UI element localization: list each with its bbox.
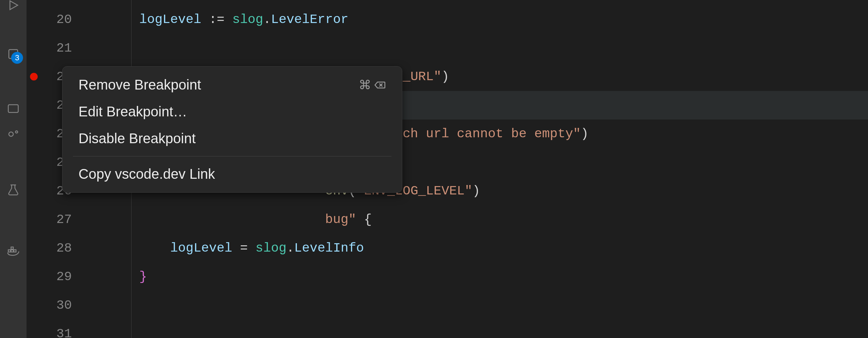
code-line[interactable]: [86, 291, 868, 320]
containers-icon[interactable]: [6, 244, 20, 258]
svg-point-3: [9, 132, 13, 137]
svg-marker-0: [10, 1, 18, 9]
line-number: 31: [27, 320, 86, 338]
docker-icon[interactable]: [6, 101, 20, 115]
remote-icon[interactable]: [6, 127, 20, 141]
line-number: 27: [27, 205, 86, 234]
line-number: 21: [27, 34, 86, 62]
menu-separator: [73, 156, 391, 156]
line-number: 29: [27, 262, 86, 291]
menu-item-label: Edit Breakpoint…: [78, 104, 187, 120]
menu-item-remove-breakpoint[interactable]: Remove Breakpoint⌘: [62, 71, 402, 98]
debug-configure-icon[interactable]: [6, 0, 20, 12]
menu-item-label: Copy vscode.dev Link: [78, 166, 215, 182]
testing-icon[interactable]: [6, 183, 20, 197]
code-line[interactable]: [86, 320, 868, 338]
svg-rect-7: [11, 250, 13, 252]
code-line[interactable]: }: [86, 262, 868, 291]
code-line[interactable]: bug" {: [86, 205, 868, 234]
menu-item-edit-breakpoint[interactable]: Edit Breakpoint…: [62, 98, 402, 125]
code-line[interactable]: logLevel = slog.LevelInfo: [86, 234, 868, 262]
code-line[interactable]: [86, 34, 868, 62]
code-line[interactable]: logLevel := slog.LevelError: [86, 5, 868, 34]
activity-badge: 3: [11, 52, 23, 64]
debug-icon[interactable]: 3: [6, 47, 20, 61]
activity-bar: 3: [0, 0, 27, 338]
backspace-icon: [374, 79, 386, 91]
line-number: 20: [27, 5, 86, 34]
svg-point-4: [15, 131, 17, 133]
breakpoint-context-menu: Remove Breakpoint⌘Edit Breakpoint…Disabl…: [62, 66, 402, 193]
svg-rect-9: [11, 247, 13, 249]
menu-item-disable-breakpoint[interactable]: Disable Breakpoint: [62, 125, 402, 152]
svg-rect-6: [8, 250, 10, 252]
menu-item-label: Remove Breakpoint: [78, 77, 201, 93]
menu-item-label: Disable Breakpoint: [78, 131, 196, 146]
line-number: 30: [27, 291, 86, 320]
svg-rect-2: [8, 105, 18, 113]
line-number: 28: [27, 234, 86, 262]
svg-rect-8: [14, 250, 16, 252]
menu-shortcut: ⌘: [359, 78, 386, 92]
breakpoint-indicator[interactable]: [30, 73, 38, 80]
menu-item-copy-vscode-dev-link[interactable]: Copy vscode.dev Link: [62, 161, 402, 187]
